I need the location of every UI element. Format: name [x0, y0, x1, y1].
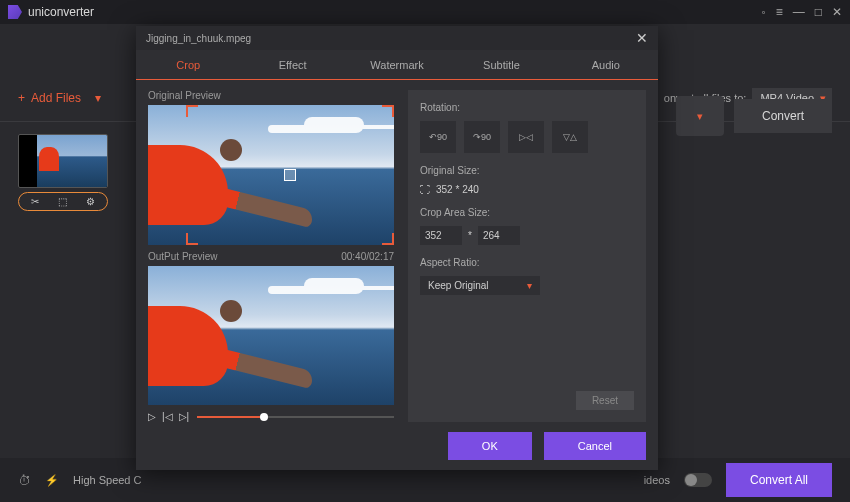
output-preview-label: OutPut Preview [148, 251, 217, 262]
next-frame-icon[interactable]: ▷| [179, 411, 190, 422]
tab-watermark[interactable]: Watermark [345, 50, 449, 79]
window-controls: ◦ ≡ — □ ✕ [761, 5, 842, 19]
maximize-icon[interactable]: □ [815, 5, 822, 19]
convert-panel: KB Convert [631, 96, 832, 136]
prev-frame-icon[interactable]: |◁ [162, 411, 173, 422]
rotate-right-90[interactable]: ↷90 [464, 121, 500, 153]
original-preview-label: Original Preview [148, 90, 221, 101]
app-logo: uniconverter [8, 5, 94, 19]
original-preview[interactable] [148, 105, 394, 245]
menu-icon[interactable]: ≡ [776, 5, 783, 19]
clock-icon[interactable]: ⏱ [18, 473, 31, 488]
reset-button[interactable]: Reset [576, 391, 634, 410]
add-files-label: Add Files [31, 91, 81, 105]
crop-area-size-label: Crop Area Size: [420, 207, 634, 218]
original-size-value: 352 * 240 [436, 184, 479, 195]
preview-column: Original Preview OutPut Preview 00:40/02… [148, 90, 394, 422]
modal-tabs: Crop Effect Watermark Subtitle Audio [136, 50, 658, 80]
logo-icon [8, 5, 22, 19]
modal-title: Jigging_in_chuuk.mpeg [146, 33, 251, 44]
aspect-ratio-value: Keep Original [428, 280, 489, 291]
close-icon[interactable]: ✕ [636, 30, 648, 46]
output-format-chip[interactable] [676, 96, 724, 136]
tab-audio[interactable]: Audio [554, 50, 658, 79]
crop-frame[interactable] [186, 105, 394, 245]
minimize-icon[interactable]: — [793, 5, 805, 19]
convert-button[interactable]: Convert [734, 99, 832, 133]
high-speed-label: High Speed C [73, 474, 142, 486]
user-icon[interactable]: ◦ [761, 5, 765, 19]
flip-vertical[interactable]: ▽△ [552, 121, 588, 153]
fullscreen-icon: ⛶ [420, 184, 430, 195]
timecode: 00:40/02:17 [341, 251, 394, 262]
crop-width-input[interactable] [420, 226, 462, 245]
size-separator: * [468, 230, 472, 241]
add-files-button[interactable]: + Add Files ▾ [18, 91, 101, 105]
close-icon[interactable]: ✕ [832, 5, 842, 19]
scrubber-thumb[interactable] [260, 413, 268, 421]
crop-controls: Rotation: ↶90 ↷90 ▷◁ ▽△ Original Size: ⛶… [408, 90, 646, 422]
edit-modal: Jigging_in_chuuk.mpeg ✕ Crop Effect Wate… [136, 26, 658, 470]
tab-crop[interactable]: Crop [136, 50, 240, 79]
original-size-label: Original Size: [420, 165, 634, 176]
plus-icon: + [18, 91, 25, 105]
cancel-button[interactable]: Cancel [544, 432, 646, 460]
convert-all-button[interactable]: Convert All [726, 463, 832, 497]
aspect-ratio-label: Aspect Ratio: [420, 257, 634, 268]
settings-icon[interactable]: ⚙ [86, 196, 95, 207]
aspect-ratio-select[interactable]: Keep Original [420, 276, 540, 295]
merge-videos-label: ideos [644, 474, 670, 486]
rotate-left-90[interactable]: ↶90 [420, 121, 456, 153]
flip-horizontal[interactable]: ▷◁ [508, 121, 544, 153]
modal-header: Jigging_in_chuuk.mpeg ✕ [136, 26, 658, 50]
tab-subtitle[interactable]: Subtitle [449, 50, 553, 79]
media-item-tools: ✂ ⬚ ⚙ [18, 192, 108, 211]
bolt-icon: ⚡ [45, 474, 59, 487]
output-preview [148, 266, 394, 406]
titlebar: uniconverter ◦ ≡ — □ ✕ [0, 0, 850, 24]
cut-icon[interactable]: ✂ [31, 196, 39, 207]
media-item[interactable]: ✂ ⬚ ⚙ [18, 134, 108, 211]
scrubber[interactable] [197, 416, 394, 418]
ok-button[interactable]: OK [448, 432, 532, 460]
crop-icon[interactable]: ⬚ [58, 196, 67, 207]
media-thumbnail [18, 134, 108, 188]
chevron-down-icon: ▾ [95, 91, 101, 105]
app-name: uniconverter [28, 5, 94, 19]
playback-controls: ▷ |◁ ▷| [148, 411, 394, 422]
rotation-label: Rotation: [420, 102, 634, 113]
tab-effect[interactable]: Effect [240, 50, 344, 79]
modal-footer: OK Cancel [136, 422, 658, 470]
merge-videos-toggle[interactable] [684, 473, 712, 487]
crop-center-handle[interactable] [284, 169, 296, 181]
play-icon[interactable]: ▷ [148, 411, 156, 422]
crop-height-input[interactable] [478, 226, 520, 245]
